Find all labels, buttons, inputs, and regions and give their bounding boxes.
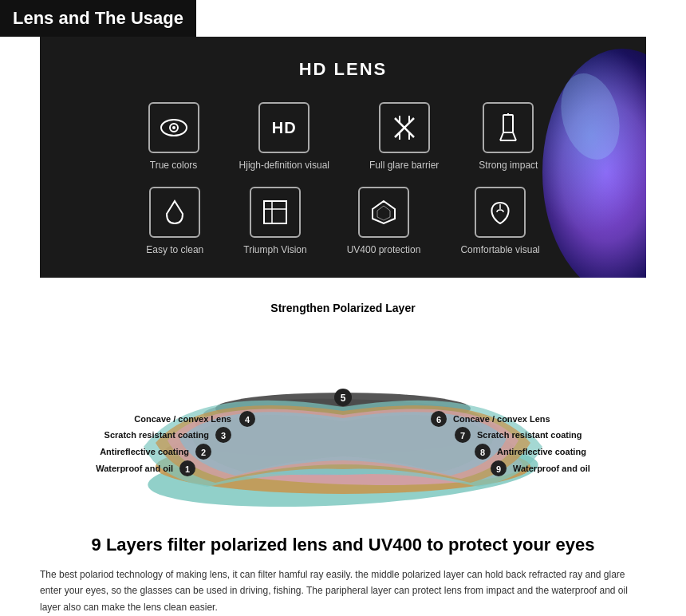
svg-text:5: 5 (341, 393, 346, 404)
svg-text:Antireflective coating: Antireflective coating (100, 447, 189, 456)
hd-lens-section: HD LENS True colors HD Hjigh-definition … (40, 37, 646, 278)
svg-text:Antireflective coating: Antireflective coating (497, 447, 586, 456)
svg-text:Waterproof and oil: Waterproof and oil (96, 464, 173, 473)
icon-box-glare (379, 102, 430, 153)
svg-line-14 (500, 132, 503, 140)
icon-label-hd-visual: Hjigh-definition visual (239, 160, 329, 171)
icon-box-impact (483, 102, 534, 153)
icon-label-true-colors: True colors (150, 160, 198, 171)
icon-uv400: UV400 protection (347, 187, 421, 255)
svg-text:7: 7 (460, 431, 465, 440)
svg-text:Concave / convex Lens: Concave / convex Lens (134, 414, 231, 424)
svg-text:Concave / convex Lens: Concave / convex Lens (453, 414, 550, 424)
svg-text:8: 8 (480, 448, 485, 457)
icon-label-easy-clean: Easy to clean (146, 244, 203, 255)
icon-comfortable: Comfortable visual (460, 187, 539, 255)
strengthen-label: Strengthen Polarized Layer (32, 302, 654, 314)
icons-row-2: Easy to clean Triumph Vision (146, 187, 540, 255)
icon-box-triumph (250, 187, 301, 238)
svg-text:6: 6 (436, 415, 441, 424)
icon-label-glare: Full glare barrier (369, 160, 439, 171)
icon-triumph-vision: Triumph Vision (243, 187, 306, 255)
svg-text:Scratch resistant coating: Scratch resistant coating (104, 430, 209, 440)
icon-box-hd: HD (258, 102, 309, 153)
svg-rect-12 (503, 115, 513, 132)
layers-diagram: 5 4 3 2 1 6 7 8 9 Concave / convex Lens … (32, 319, 654, 511)
svg-text:3: 3 (221, 431, 226, 440)
svg-text:1: 1 (185, 464, 190, 474)
icon-label-comfortable: Comfortable visual (460, 244, 539, 255)
svg-text:Scratch resistant coating: Scratch resistant coating (477, 430, 582, 440)
icons-row-1: True colors HD Hjigh-definition visual (148, 102, 538, 171)
svg-text:2: 2 (201, 448, 206, 457)
icon-box-uv400 (358, 187, 409, 238)
bottom-section: 9 Layers filter polarized lens and UV400… (0, 519, 686, 616)
icon-box-comfortable (475, 187, 526, 238)
bottom-title: 9 Layers filter polarized lens and UV400… (40, 535, 646, 555)
svg-rect-17 (264, 201, 286, 223)
icon-label-uv400: UV400 protection (347, 244, 421, 255)
bottom-description: The best polariod technology of making l… (40, 567, 646, 615)
icon-box-eye (148, 102, 199, 153)
svg-line-15 (513, 132, 516, 140)
icon-glare-barrier: Full glare barrier (369, 102, 439, 171)
layers-section: Strengthen Polarized Layer (0, 278, 686, 519)
icon-label-triumph: Triumph Vision (243, 244, 306, 255)
icon-easy-clean: Easy to clean (146, 187, 203, 255)
svg-text:Waterproof and oil: Waterproof and oil (513, 464, 590, 473)
svg-text:4: 4 (245, 415, 250, 424)
icons-grid: True colors HD Hjigh-definition visual (56, 102, 630, 255)
icon-box-clean (149, 187, 200, 238)
svg-point-5 (172, 126, 175, 129)
svg-text:9: 9 (496, 464, 501, 474)
page-title: Lens and The Usage (13, 8, 183, 29)
icon-true-colors: True colors (148, 102, 199, 171)
page-header: Lens and The Usage (0, 0, 196, 37)
icon-strong-impact: Strong impact (479, 102, 538, 171)
icon-label-strong-impact: Strong impact (479, 160, 538, 171)
icon-hd-visual: HD Hjigh-definition visual (239, 102, 329, 171)
